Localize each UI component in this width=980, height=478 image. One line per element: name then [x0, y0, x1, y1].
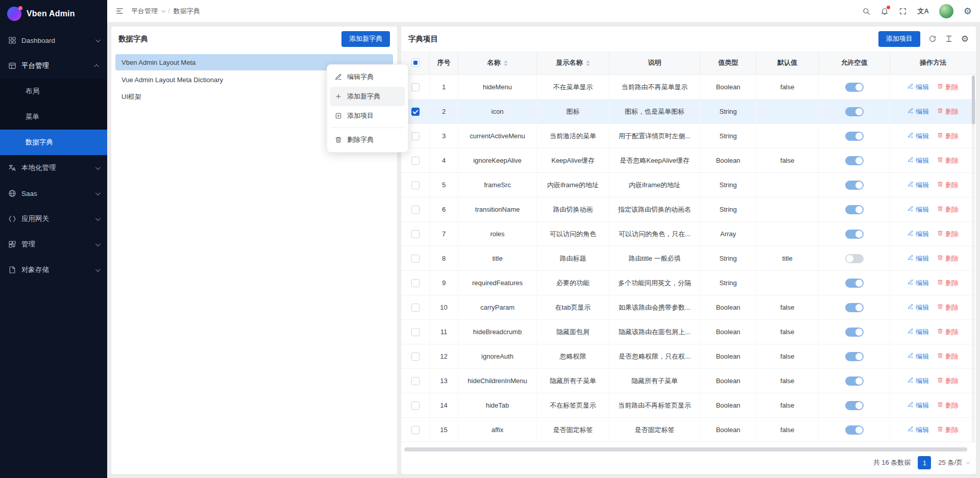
edit-button[interactable]: 编辑	[908, 279, 929, 288]
edit-button[interactable]: 编辑	[908, 230, 929, 239]
add-dictionary-button[interactable]: 添加新字典	[341, 31, 390, 47]
sort-icon[interactable]	[586, 60, 590, 66]
edit-button[interactable]: 编辑	[908, 83, 929, 92]
nullable-toggle[interactable]	[845, 401, 864, 410]
delete-button[interactable]: 删除	[937, 376, 959, 386]
menu-fold-icon[interactable]	[115, 7, 124, 15]
edit-button[interactable]: 编辑	[908, 156, 929, 165]
page-button-1[interactable]: 1	[918, 456, 931, 469]
nullable-toggle[interactable]	[845, 425, 864, 435]
settings-gear-icon[interactable]: ⚙	[964, 7, 972, 16]
nullable-toggle[interactable]	[845, 279, 864, 288]
row-checkbox[interactable]	[411, 401, 420, 410]
table-row: 10carryParam在tab页显示如果该路由会携带参数...Booleanf…	[401, 295, 976, 320]
sidebar-subitem[interactable]: 数据字典	[0, 130, 107, 155]
edit-button[interactable]: 编辑	[908, 376, 929, 386]
nullable-toggle[interactable]	[845, 156, 864, 165]
search-icon[interactable]	[862, 7, 870, 15]
delete-button[interactable]: 删除	[937, 83, 959, 92]
trash-icon	[937, 206, 943, 213]
delete-button[interactable]: 删除	[937, 352, 959, 361]
sidebar-item-management[interactable]: 管理	[0, 232, 107, 257]
column-height-icon[interactable]	[945, 35, 953, 43]
edit-button[interactable]: 编辑	[908, 425, 929, 435]
fullscreen-icon[interactable]	[899, 7, 907, 15]
edit-button[interactable]: 编辑	[908, 328, 929, 337]
delete-button[interactable]: 删除	[937, 132, 959, 141]
delete-button[interactable]: 删除	[937, 205, 959, 214]
add-item-button[interactable]: 添加项目	[878, 31, 920, 47]
delete-button[interactable]: 删除	[937, 279, 959, 288]
nullable-toggle[interactable]	[845, 132, 864, 141]
nullable-toggle[interactable]	[845, 328, 864, 337]
row-checkbox[interactable]	[411, 279, 420, 287]
delete-label: 删除	[945, 376, 959, 386]
nullable-toggle[interactable]	[845, 230, 864, 239]
edit-button[interactable]: 编辑	[908, 132, 929, 141]
nullable-toggle[interactable]	[845, 83, 864, 92]
nullable-toggle[interactable]	[845, 107, 864, 116]
nullable-toggle[interactable]	[845, 376, 864, 386]
sidebar-subitem[interactable]: 布局	[0, 79, 107, 104]
nullable-toggle[interactable]	[845, 303, 864, 312]
select-all-checkbox[interactable]	[411, 59, 420, 67]
delete-button[interactable]: 删除	[937, 107, 959, 116]
row-checkbox[interactable]	[411, 230, 420, 238]
row-checkbox[interactable]	[411, 426, 420, 434]
delete-button[interactable]: 删除	[937, 425, 959, 435]
nullable-toggle[interactable]	[845, 254, 864, 263]
row-checkbox[interactable]	[411, 353, 420, 361]
notification-bell[interactable]	[880, 7, 889, 15]
vertical-scrollbar-thumb[interactable]	[972, 76, 975, 124]
avatar[interactable]	[939, 4, 953, 18]
nullable-toggle[interactable]	[845, 352, 864, 361]
edit-button[interactable]: 编辑	[908, 107, 929, 116]
edit-button[interactable]: 编辑	[908, 303, 929, 312]
sidebar-item-storage[interactable]: 对象存储	[0, 257, 107, 283]
page-size-select[interactable]: 25 条/页	[938, 458, 969, 467]
delete-button[interactable]: 删除	[937, 156, 959, 165]
row-checkbox[interactable]	[411, 181, 420, 189]
context-menu-item[interactable]: 添加新字典	[330, 87, 405, 106]
nullable-toggle[interactable]	[845, 181, 864, 190]
delete-button[interactable]: 删除	[937, 401, 959, 410]
sidebar-item-gateway[interactable]: 应用网关	[0, 206, 107, 232]
edit-button[interactable]: 编辑	[908, 401, 929, 410]
delete-button[interactable]: 删除	[937, 328, 959, 337]
edit-button[interactable]: 编辑	[908, 181, 929, 190]
sidebar-item-platform[interactable]: 平台管理	[0, 53, 107, 79]
row-checkbox[interactable]	[411, 108, 420, 116]
translate-icon[interactable]: 文A	[917, 7, 928, 16]
sidebar-item-saas[interactable]: Saas	[0, 181, 107, 206]
cell-checkbox	[401, 222, 430, 246]
context-menu-item[interactable]: 删除字典	[330, 130, 405, 149]
table-settings-icon[interactable]: ⚙	[961, 35, 969, 43]
row-checkbox[interactable]	[411, 157, 420, 165]
edit-button[interactable]: 编辑	[908, 254, 929, 263]
edit-button[interactable]: 编辑	[908, 352, 929, 361]
context-menu-item[interactable]: 编辑字典	[330, 67, 405, 87]
row-checkbox[interactable]	[411, 83, 420, 91]
refresh-icon[interactable]	[928, 35, 937, 43]
row-checkbox[interactable]	[411, 377, 420, 385]
horizontal-scrollbar-thumb[interactable]	[404, 447, 967, 451]
delete-button[interactable]: 删除	[937, 181, 959, 190]
delete-button[interactable]: 删除	[937, 230, 959, 239]
nullable-toggle[interactable]	[845, 205, 864, 214]
delete-button[interactable]: 删除	[937, 254, 959, 263]
edit-button[interactable]: 编辑	[908, 205, 929, 214]
breadcrumb-root[interactable]: 平台管理	[131, 7, 158, 16]
delete-button[interactable]: 删除	[937, 303, 959, 312]
sidebar-item-localization[interactable]: 本地化管理	[0, 155, 107, 181]
row-checkbox[interactable]	[411, 304, 420, 312]
row-checkbox[interactable]	[411, 255, 420, 263]
context-menu-item[interactable]: 添加项目	[330, 106, 405, 125]
row-checkbox[interactable]	[411, 206, 420, 214]
sidebar-item-dashboard[interactable]: Dashboard	[0, 28, 107, 53]
row-checkbox[interactable]	[411, 132, 420, 140]
col-display-name[interactable]: 显示名称	[537, 51, 609, 75]
row-checkbox[interactable]	[411, 328, 420, 336]
col-name[interactable]: 名称	[458, 51, 537, 75]
sidebar-subitem[interactable]: 菜单	[0, 104, 107, 130]
sort-icon[interactable]	[504, 60, 508, 66]
